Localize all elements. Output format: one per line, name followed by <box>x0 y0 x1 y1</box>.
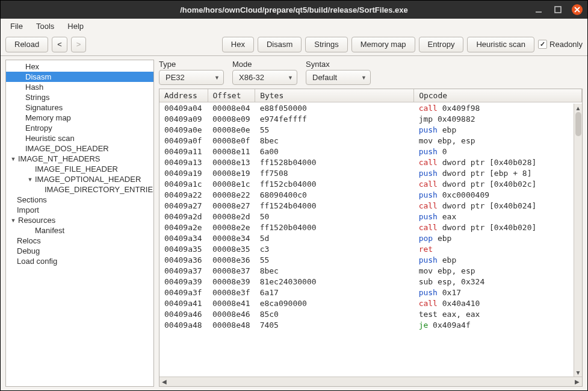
syntax-dropdown[interactable]: Default ▼ <box>306 70 371 85</box>
cell-opcode: push dword ptr [ebp + 8] <box>414 167 582 178</box>
sidebar-item[interactable]: IMAGE_DOS_HEADER <box>6 143 153 154</box>
check-icon: ✓ <box>538 40 547 49</box>
table-row[interactable]: 00409a2700008e27ff1524b04000call dword p… <box>159 200 582 211</box>
sidebar-item[interactable]: Hex <box>6 61 153 72</box>
sidebar-item[interactable]: ▼IMAGE_OPTIONAL_HEADER <box>6 174 153 184</box>
table-row[interactable]: 00409a1300008e13ff1528b04000call dword p… <box>159 157 582 167</box>
scroll-down-icon[interactable]: ▼ <box>575 368 581 377</box>
sidebar-item[interactable]: Memory map <box>6 113 153 123</box>
scroll-left-icon[interactable]: ◀ <box>159 378 169 385</box>
tree-arrow-icon[interactable]: ▼ <box>10 217 17 224</box>
sidebar-item[interactable]: Entropy <box>6 123 153 133</box>
cell-address: 00409a36 <box>159 254 208 265</box>
table-row[interactable]: 00409a1900008e19ff7508push dword ptr [eb… <box>159 167 582 178</box>
table-row[interactable]: 00409a4800008e487405je 0x409a4f <box>159 319 582 330</box>
view-heuristic-button[interactable]: Heuristic scan <box>467 37 534 52</box>
col-offset[interactable]: Offset <box>208 89 255 102</box>
sidebar-item[interactable]: Relocs <box>6 236 153 246</box>
sidebar-item[interactable]: Disasm <box>6 72 153 82</box>
cell-address: 00409a3f <box>159 287 208 298</box>
mode-dropdown[interactable]: X86-32 ▼ <box>232 70 297 85</box>
close-icon[interactable] <box>572 4 583 15</box>
table-row[interactable]: 00409a2200008e2268090400c0push 0xc000040… <box>159 189 582 200</box>
cell-offset: 00008e22 <box>208 189 255 200</box>
table-row[interactable]: 00409a1c00008e1cff152cb04000call dword p… <box>159 178 582 189</box>
sidebar-item[interactable]: ▼IMAGE_NT_HEADERS <box>6 154 153 164</box>
titlebar: /home/hors/ownCloud/prepare/qt5/build/re… <box>1 1 587 19</box>
sidebar-item[interactable]: IMAGE_DIRECTORY_ENTRIES <box>6 184 153 195</box>
scroll-right-icon[interactable]: ▶ <box>572 378 582 385</box>
sidebar-item[interactable]: Debug <box>6 246 153 256</box>
view-entropy-button[interactable]: Entropy <box>419 37 464 52</box>
mnemonic: push <box>419 169 438 178</box>
sidebar-tree[interactable]: HexDisasmHashStringsSignaturesMemory map… <box>5 60 154 387</box>
view-disasm-button[interactable]: Disasm <box>258 37 302 52</box>
sidebar-item[interactable]: Load config <box>6 256 153 266</box>
sidebar-item[interactable]: Hash <box>6 82 153 92</box>
operands: dword ptr [0x40b02c] <box>438 180 536 189</box>
cell-offset: 00008e35 <box>208 243 255 254</box>
cell-opcode: ret <box>414 243 582 254</box>
sidebar-item[interactable]: Manifest <box>6 225 153 236</box>
table-row[interactable]: 00409a0f00008e0f8becmov ebp, esp <box>159 135 582 146</box>
minimize-icon[interactable] <box>533 4 544 15</box>
table-row[interactable]: 00409a3500008e35c3ret <box>159 243 582 254</box>
sidebar-item[interactable]: Strings <box>6 92 153 102</box>
tree-arrow-icon[interactable]: ▼ <box>10 156 17 162</box>
back-button[interactable]: < <box>52 37 67 52</box>
scroll-up-icon[interactable]: ▲ <box>575 104 581 112</box>
table-row[interactable]: 00409a3f00008e3f6a17push 0x17 <box>159 287 582 298</box>
menu-file[interactable]: File <box>4 20 29 33</box>
forward-button[interactable]: > <box>71 37 87 52</box>
table-row[interactable]: 00409a0900008e09e974feffffjmp 0x409882 <box>159 113 582 124</box>
table-row[interactable]: 00409a2e00008e2eff1520b04000call dword p… <box>159 222 582 233</box>
col-bytes[interactable]: Bytes <box>255 89 414 102</box>
type-dropdown[interactable]: PE32 ▼ <box>159 70 224 85</box>
reload-button[interactable]: Reload <box>5 37 48 52</box>
sidebar-item[interactable]: Signatures <box>6 102 153 113</box>
menu-help[interactable]: Help <box>61 20 90 33</box>
syntax-value: Default <box>312 73 337 82</box>
operands: eax <box>438 212 456 221</box>
sidebar-item[interactable]: IMAGE_FILE_HEADER <box>6 164 153 174</box>
toolbar: Reload < > Hex Disasm Strings Memory map… <box>1 33 587 56</box>
maximize-icon[interactable] <box>552 4 563 15</box>
table-row[interactable]: 00409a3700008e378becmov ebp, esp <box>159 265 582 276</box>
cell-offset: 00008e48 <box>208 319 255 330</box>
scroll-thumb[interactable] <box>575 112 581 136</box>
horizontal-scrollbar[interactable]: ◀ ▶ <box>159 377 582 386</box>
table-body: 00409a0400008e04e88f050000call 0x409f980… <box>159 102 582 331</box>
table-row[interactable]: 00409a1100008e116a00push 0 <box>159 146 582 157</box>
table-row[interactable]: 00409a3400008e345dpop ebp <box>159 233 582 243</box>
table-row[interactable]: 00409a4100008e41e8ca090000call 0x40a410 <box>159 298 582 308</box>
sidebar-item[interactable]: Import <box>6 205 153 215</box>
col-opcode[interactable]: Opcode <box>414 89 582 102</box>
table-row[interactable]: 00409a0e00008e0e55push ebp <box>159 124 582 135</box>
view-hex-button[interactable]: Hex <box>222 37 254 52</box>
menubar: File Tools Help <box>1 19 587 33</box>
sidebar-item[interactable]: ▼Resources <box>6 215 153 225</box>
readonly-checkbox[interactable]: ✓ Readonly <box>538 40 583 49</box>
sidebar-item[interactable]: Sections <box>6 195 153 205</box>
table-row[interactable]: 00409a4600008e4685c0test eax, eax <box>159 308 582 319</box>
cell-bytes: ff1524b04000 <box>255 200 414 211</box>
cell-address: 00409a0f <box>159 135 208 146</box>
table-row[interactable]: 00409a3600008e3655push ebp <box>159 254 582 265</box>
mnemonic: push <box>419 190 438 199</box>
col-address[interactable]: Address <box>159 89 208 102</box>
sidebar-item[interactable]: Heuristic scan <box>6 133 153 143</box>
table-row[interactable]: 00409a2d00008e2d50push eax <box>159 211 582 222</box>
cell-address: 00409a22 <box>159 189 208 200</box>
view-memorymap-button[interactable]: Memory map <box>351 37 415 52</box>
sidebar-item-label: Hash <box>25 83 43 92</box>
tree-arrow-icon[interactable]: ▼ <box>26 177 34 183</box>
table-row[interactable]: 00409a0400008e04e88f050000call 0x409f98 <box>159 102 582 114</box>
view-strings-button[interactable]: Strings <box>305 37 347 52</box>
table-scroll[interactable]: Address Offset Bytes Opcode 00409a040000… <box>159 89 582 377</box>
mnemonic: call <box>419 223 438 232</box>
menu-tools[interactable]: Tools <box>30 20 60 33</box>
readonly-label: Readonly <box>549 40 583 49</box>
sidebar-item-label: Disasm <box>25 72 51 81</box>
vertical-scrollbar[interactable]: ▲ ▼ <box>574 104 582 377</box>
table-row[interactable]: 00409a3900008e3981ec24030000sub esp, 0x3… <box>159 276 582 287</box>
